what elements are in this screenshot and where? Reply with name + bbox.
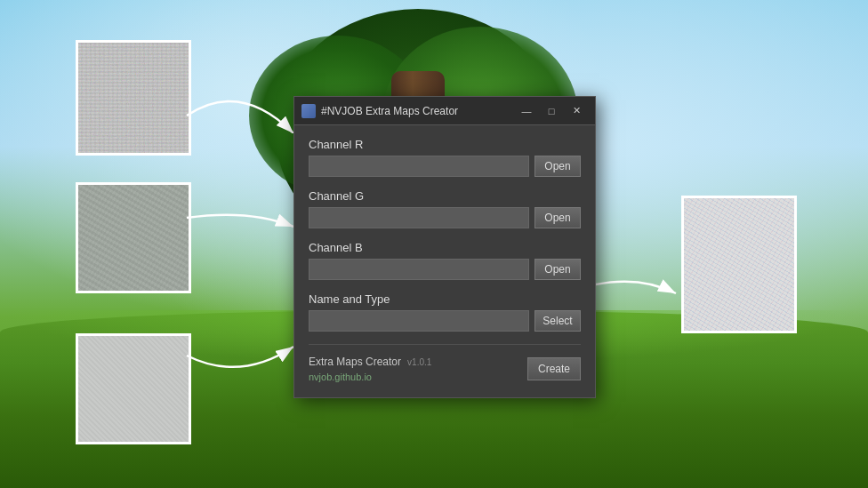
channel-g-label: Channel G [309, 189, 581, 203]
channel-g-row: Open [309, 207, 581, 228]
maximize-button[interactable]: □ [540, 102, 563, 120]
channel-g-open-button[interactable]: Open [534, 207, 581, 228]
app-version: v1.0.1 [407, 357, 431, 367]
dialog-titlebar: #NVJOB Extra Maps Creator — □ ✕ [294, 97, 595, 125]
dialog-title: #NVJOB Extra Maps Creator [321, 105, 510, 117]
channel-r-texture [78, 43, 189, 153]
dialog-window: #NVJOB Extra Maps Creator — □ ✕ Channel … [293, 96, 596, 398]
channel-b-row: Open [309, 259, 581, 280]
channel-r-open-button[interactable]: Open [534, 156, 581, 177]
dialog-footer: Extra Maps Creator v1.0.1 nvjob.github.i… [309, 344, 581, 385]
channel-r-group: Channel R Open [309, 138, 581, 177]
channel-r-label: Channel R [309, 138, 581, 151]
name-type-label: Name and Type [309, 292, 581, 306]
channel-g-panel [76, 182, 191, 293]
nvjob-icon [301, 104, 316, 118]
channel-r-panel [76, 40, 191, 156]
channel-r-row: Open [309, 156, 581, 177]
channel-g-texture [78, 185, 189, 291]
channel-r-input[interactable] [309, 156, 529, 177]
name-type-row: Select [309, 310, 581, 332]
dialog-controls: — □ ✕ [515, 102, 588, 120]
app-name: Extra Maps Creator [309, 356, 401, 368]
channel-b-open-button[interactable]: Open [534, 259, 581, 280]
name-type-select-button[interactable]: Select [534, 310, 581, 332]
channel-b-group: Channel B Open [309, 241, 581, 280]
close-button[interactable]: ✕ [565, 102, 588, 120]
output-texture [684, 198, 794, 331]
channel-b-panel [76, 333, 191, 444]
app-website: nvjob.github.io [309, 370, 431, 385]
channel-b-input[interactable] [309, 259, 529, 280]
channel-b-texture [78, 336, 189, 442]
minimize-button[interactable]: — [515, 102, 538, 120]
create-button[interactable]: Create [527, 357, 581, 380]
dialog-body: Channel R Open Channel G Open Channel B … [294, 125, 595, 397]
channel-g-input[interactable] [309, 207, 529, 228]
channel-b-label: Channel B [309, 241, 581, 254]
name-type-input[interactable] [309, 310, 529, 332]
name-type-group: Name and Type Select [309, 292, 581, 332]
footer-info: Extra Maps Creator v1.0.1 nvjob.github.i… [309, 354, 431, 385]
output-panel [681, 196, 797, 333]
channel-g-group: Channel G Open [309, 189, 581, 228]
